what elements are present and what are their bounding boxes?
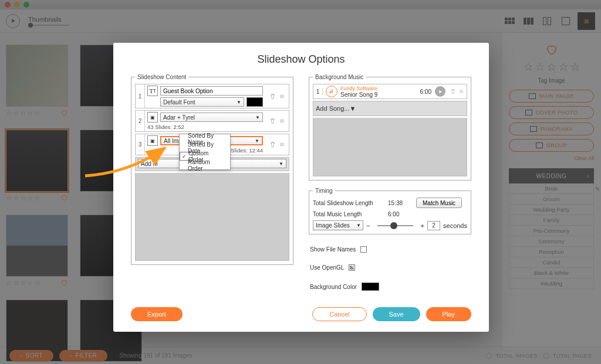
trash-icon[interactable] <box>450 89 456 94</box>
dialog-title: Slideshow Options <box>113 43 489 74</box>
background-music-fieldset: Background Music 1 Fundy SoftwareSenior … <box>309 74 471 181</box>
drag-handle-icon[interactable] <box>279 93 285 100</box>
slider-knob[interactable] <box>390 222 397 229</box>
row-number: 3 <box>136 134 145 155</box>
trash-icon[interactable] <box>269 141 276 148</box>
row-number: 2 <box>136 111 145 131</box>
slideshow-options-dialog: Slideshow Options Slideshow Content 1 TT <box>113 43 489 332</box>
music-length-label: Total Music Length <box>313 211 383 217</box>
slideshow-content-column: Slideshow Content 1 TT Default Font▼ <box>131 74 293 299</box>
music-drop-area[interactable] <box>313 118 467 176</box>
match-music-button[interactable]: Match Music <box>416 198 462 208</box>
font-select[interactable]: Default Font▼ <box>160 97 244 107</box>
plus-button[interactable]: + <box>421 222 424 229</box>
collection-icon: ▣ <box>147 135 158 146</box>
menu-item-random-order[interactable]: Random Order <box>180 161 230 169</box>
slideshow-content-fieldset: Slideshow Content 1 TT Default Font▼ <box>131 74 293 265</box>
slideshow-length-value: 15:38 <box>388 200 411 206</box>
content-row: 1 TT Default Font▼ <box>135 84 289 108</box>
slide-duration-value[interactable]: 2 <box>427 221 440 230</box>
use-opengl-label: Use OpenGL <box>310 264 344 271</box>
seconds-label: seconds <box>443 222 467 229</box>
drag-handle-icon[interactable] <box>458 89 464 94</box>
song-number: 1 <box>313 89 323 95</box>
export-button[interactable]: Export <box>131 307 183 321</box>
slideshow-content-legend: Slideshow Content <box>135 74 188 80</box>
row-number: 1 <box>136 84 145 108</box>
song-artist: Fundy Software <box>340 86 417 91</box>
slideshow-length-label: Total Slideshow Length <box>313 200 383 206</box>
music-timing-column: Background Music 1 Fundy SoftwareSenior … <box>309 74 471 299</box>
add-song-select[interactable]: Add Song...▼ <box>316 105 464 112</box>
row-tools <box>265 84 289 108</box>
song-duration: 6:00 <box>420 89 431 95</box>
cancel-button[interactable]: Cancel <box>312 307 366 321</box>
text-color-swatch[interactable] <box>247 97 263 107</box>
collection-select[interactable]: Adar + Tyrel▼ <box>160 113 263 122</box>
sort-order-menu: Sorted By Name Sorted By Date Custom Ord… <box>179 134 231 170</box>
music-note-icon <box>326 86 337 97</box>
trash-icon[interactable] <box>269 118 276 124</box>
background-color-swatch[interactable] <box>362 283 379 291</box>
text-type-icon: TT <box>147 86 158 96</box>
show-file-names-label: Show File Names <box>310 246 356 253</box>
content-row: 2 ▣ Adar + Tyrel▼ 43 Slides: 2:52 <box>135 110 289 132</box>
drag-handle-icon[interactable] <box>279 141 285 148</box>
row-meta: 43 Slides: 2:52 <box>147 124 263 130</box>
song-row: 1 Fundy SoftwareSenior Song 9 6:00 <box>313 84 467 99</box>
guest-book-title-input[interactable] <box>160 86 263 96</box>
music-length-value: 6:00 <box>388 211 399 217</box>
trash-icon[interactable] <box>269 93 276 100</box>
dialog-footer: Export Cancel Save Play <box>113 299 489 332</box>
content-drop-area[interactable] <box>135 173 289 261</box>
add-song-row: Add Song...▼ <box>313 101 467 116</box>
song-title: Senior Song 9 <box>340 91 417 98</box>
background-color-label: Background Color <box>310 284 357 290</box>
show-file-names-checkbox[interactable] <box>360 246 367 253</box>
timing-legend: Timing <box>313 188 335 194</box>
preview-song-button[interactable] <box>435 86 445 97</box>
use-opengl-checkbox[interactable] <box>349 264 355 271</box>
play-button[interactable]: Play <box>426 307 471 321</box>
timing-fieldset: Timing Total Slideshow Length 15:38 Matc… <box>309 188 471 234</box>
slide-duration-slider[interactable] <box>377 225 413 226</box>
save-button[interactable]: Save <box>373 307 420 321</box>
timing-scope-select[interactable]: Image Slides▼ <box>313 220 363 230</box>
minus-button[interactable]: − <box>366 222 370 229</box>
drag-handle-icon[interactable] <box>279 118 285 124</box>
background-music-legend: Background Music <box>313 74 366 80</box>
collection-icon: ▣ <box>147 112 158 123</box>
